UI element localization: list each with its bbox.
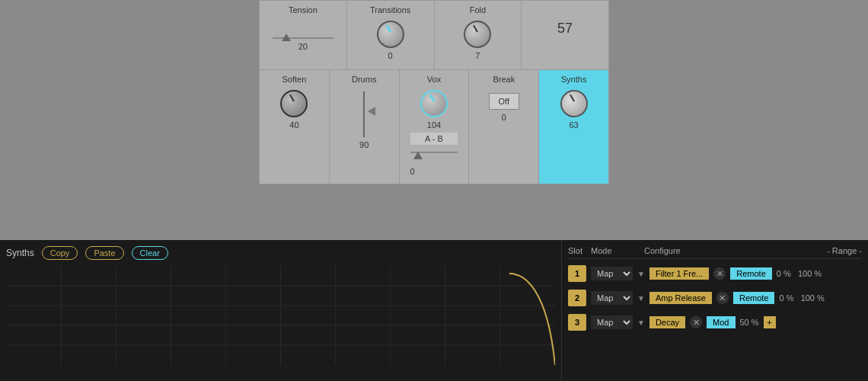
vox-ab-cell: Vox 104 A - B 0	[400, 70, 470, 184]
ab-slider[interactable]	[410, 152, 458, 167]
tension-label: Tension	[289, 5, 318, 14]
soften-knob[interactable]	[280, 90, 308, 117]
mode-select-3[interactable]: Map	[591, 315, 633, 329]
dropdown-arrow-1: ▼	[637, 270, 645, 278]
mappings-header: Slot Mode Configure - Range -	[568, 246, 862, 259]
left-panel-header: Synths Copy Paste Clear	[6, 246, 555, 260]
slot-3: 3	[568, 314, 586, 331]
value57: 57	[557, 21, 573, 37]
synths-value: 63	[569, 120, 578, 130]
panel-row-1: Tension 20 Transitions 0 Fold 7	[260, 1, 608, 70]
left-panel: Synths Copy Paste Clear	[0, 240, 562, 381]
ab-value: 0	[410, 167, 415, 176]
drums-value: 90	[359, 140, 369, 149]
configure-btn-1[interactable]: Filter 1 Fre...	[649, 267, 709, 280]
fold-knob[interactable]	[464, 21, 491, 48]
panel-row-2: Soften 40 Drums 90 Vox 104 A - B	[260, 70, 608, 184]
break-label: Break	[493, 75, 515, 84]
tension-value: 20	[298, 42, 308, 51]
top-section: Tension 20 Transitions 0 Fold 7	[0, 0, 868, 244]
slot-1: 1	[568, 265, 586, 282]
mod-btn-3[interactable]: Mod	[707, 316, 735, 328]
transitions-knob[interactable]	[377, 21, 404, 48]
drums-cell: Drums 90	[330, 70, 400, 184]
tension-cell: Tension 20	[260, 1, 347, 69]
right-panel: Slot Mode Configure - Range - 1 Map ▼ Fi…	[562, 240, 868, 381]
plus-btn-3[interactable]: +	[764, 316, 776, 328]
remote-btn-1[interactable]: Remote	[730, 267, 772, 280]
header-range: - Range -	[786, 246, 862, 255]
range-1: 0 % 100 %	[777, 269, 822, 278]
dropdown-arrow-2: ▼	[637, 294, 645, 303]
fold-label: Fold	[470, 5, 486, 14]
break-cell: Break Off 0	[469, 70, 539, 184]
synths-cell-label: Synths	[561, 75, 587, 84]
transitions-label: Transitions	[370, 5, 410, 14]
mapping-row-1: 1 Map ▼ Filter 1 Fre... ✕ Remote 0 % 100…	[568, 264, 862, 283]
mapping-row-3: 3 Map ▼ Decay ✕ Mod 50 % +	[568, 312, 862, 332]
soften-label: Soften	[282, 75, 306, 84]
close-1[interactable]: ✕	[713, 267, 726, 280]
value57-cell: 57	[522, 1, 608, 69]
synths-cell[interactable]: Synths 63	[539, 70, 608, 184]
range-3: 50 %	[740, 318, 759, 327]
mode-select-2[interactable]: Map	[591, 291, 633, 305]
ab-section: A - B 0	[406, 130, 463, 179]
break-value: 0	[502, 113, 506, 122]
clear-button[interactable]: Clear	[132, 246, 168, 260]
tension-slider[interactable]	[273, 25, 333, 39]
copy-button[interactable]: Copy	[42, 246, 78, 260]
configure-btn-2[interactable]: Amp Release	[649, 292, 712, 304]
drums-vslider[interactable]	[363, 91, 365, 137]
ab-label: A - B	[410, 133, 458, 145]
drums-label: Drums	[352, 75, 376, 84]
slot-2: 2	[568, 290, 586, 306]
header-mode: Mode	[591, 246, 644, 255]
automation-grid	[6, 266, 555, 365]
header-configure: Configure	[644, 246, 786, 255]
synths-panel-label: Synths	[6, 248, 34, 258]
header-slot: Slot	[568, 246, 591, 255]
vox-knob[interactable]	[420, 90, 448, 117]
soften-value: 40	[289, 120, 298, 130]
soften-cell: Soften 40	[260, 70, 330, 184]
transitions-value: 0	[388, 51, 393, 60]
close-2[interactable]: ✕	[716, 292, 729, 304]
range-2: 0 % 100 %	[779, 293, 824, 303]
vox-value: 104	[427, 120, 441, 130]
instrument-panel: Tension 20 Transitions 0 Fold 7	[259, 0, 609, 184]
paste-button[interactable]: Paste	[85, 246, 123, 260]
mode-select-1[interactable]: Map	[591, 267, 633, 280]
remote-btn-2[interactable]: Remote	[733, 292, 775, 304]
bottom-section: Synths Copy Paste Clear	[0, 240, 868, 381]
close-3[interactable]: ✕	[690, 316, 702, 328]
break-button[interactable]: Off	[489, 93, 519, 110]
automation-curve	[6, 266, 555, 365]
fold-cell: Fold 7	[435, 1, 522, 69]
mapping-row-2: 2 Map ▼ Amp Release ✕ Remote 0 % 100 %	[568, 288, 862, 308]
transitions-cell: Transitions 0	[347, 1, 435, 69]
configure-btn-3[interactable]: Decay	[649, 316, 685, 328]
synths-knob[interactable]	[560, 90, 588, 117]
fold-value: 7	[475, 51, 480, 60]
dropdown-arrow-3: ▼	[637, 319, 645, 327]
vox-label: Vox	[427, 75, 441, 84]
